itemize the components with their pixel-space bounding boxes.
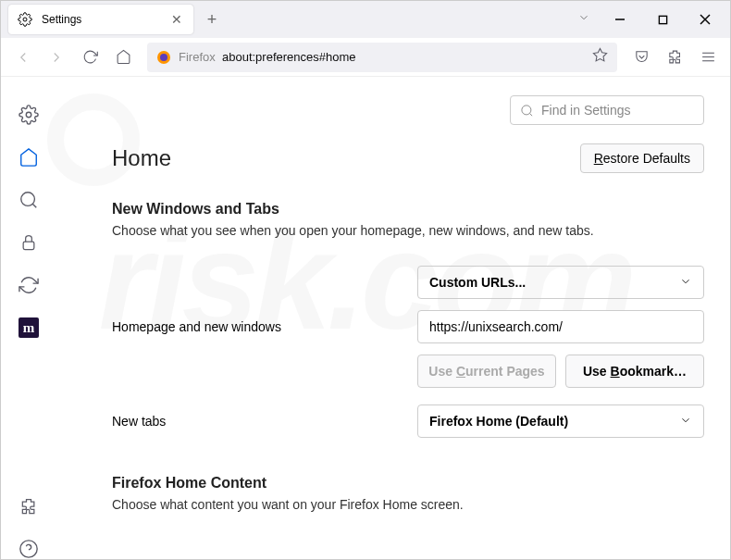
tab-title: Settings (42, 13, 160, 26)
pocket-button[interactable] (626, 43, 656, 72)
chevron-down-icon (679, 275, 692, 291)
address-bar[interactable]: Firefox about:preferences#home (147, 43, 617, 72)
home-button[interactable] (108, 43, 138, 72)
url-text: Firefox about:preferences#home (179, 50, 356, 64)
use-current-pages-button[interactable]: Use Current Pages (417, 355, 556, 388)
svg-rect-2 (659, 16, 666, 23)
sidebar-general-icon[interactable] (19, 105, 39, 125)
restore-defaults-button[interactable]: Restore Defaults (580, 143, 704, 173)
find-settings-input[interactable]: Find in Settings (510, 95, 704, 125)
new-tab-button[interactable]: + (199, 6, 225, 32)
minimize-button[interactable] (599, 1, 641, 38)
newtabs-label: New tabs (112, 414, 417, 429)
svg-line-13 (32, 204, 36, 207)
tab-bar: Settings ✕ + (1, 1, 730, 38)
section-new-windows-desc: Choose what you see when you open your h… (112, 223, 704, 238)
bookmark-star-icon[interactable] (592, 47, 608, 67)
svg-point-17 (522, 105, 531, 114)
svg-line-18 (529, 113, 532, 116)
homepage-label: Homepage and new windows (112, 319, 417, 334)
active-tab[interactable]: Settings ✕ (8, 5, 193, 34)
svg-point-6 (160, 54, 167, 61)
forward-button[interactable] (42, 43, 71, 72)
use-bookmark-button[interactable]: Use Bookmark… (565, 355, 704, 388)
sidebar-search-icon[interactable] (19, 190, 39, 210)
section-new-windows-title: New Windows and Tabs (112, 201, 704, 218)
sidebar-help-icon[interactable] (19, 539, 39, 559)
svg-point-11 (26, 112, 31, 118)
sidebar: m (1, 77, 56, 559)
dropdown-value: Firefox Home (Default) (429, 414, 568, 429)
chevron-down-icon (679, 414, 692, 429)
reload-button[interactable] (75, 43, 105, 72)
extensions-button[interactable] (660, 43, 689, 72)
sidebar-home-icon[interactable] (19, 147, 39, 168)
homepage-mode-dropdown[interactable]: Custom URLs... (417, 266, 704, 299)
firefox-logo-icon (156, 50, 171, 65)
page-heading: Home (112, 145, 171, 171)
menu-button[interactable] (693, 43, 723, 72)
search-icon (520, 104, 534, 118)
svg-rect-14 (23, 242, 34, 249)
sidebar-sync-icon[interactable] (19, 275, 39, 295)
sidebar-extension-m-icon[interactable]: m (19, 317, 39, 338)
section-home-content-title: Firefox Home Content (112, 475, 704, 492)
svg-marker-7 (593, 48, 606, 60)
tabs-dropdown-icon[interactable] (569, 11, 599, 28)
svg-point-0 (23, 18, 27, 21)
close-tab-icon[interactable]: ✕ (169, 12, 184, 27)
gear-icon (18, 12, 32, 27)
close-window-button[interactable] (684, 1, 726, 38)
sidebar-addons-icon[interactable] (19, 496, 39, 516)
homepage-url-input[interactable] (417, 310, 704, 343)
search-placeholder: Find in Settings (541, 103, 631, 118)
dropdown-value: Custom URLs... (429, 275, 526, 290)
svg-point-15 (20, 541, 37, 557)
main-panel: Find in Settings Home Restore Defaults N… (56, 77, 730, 559)
section-home-content-desc: Choose what content you want on your Fir… (112, 497, 704, 512)
newtabs-dropdown[interactable]: Firefox Home (Default) (417, 404, 704, 438)
url-bar: Firefox about:preferences#home (1, 38, 730, 77)
maximize-button[interactable] (641, 1, 684, 38)
sidebar-privacy-icon[interactable] (19, 232, 39, 253)
back-button[interactable] (8, 43, 38, 72)
svg-point-12 (21, 193, 35, 206)
